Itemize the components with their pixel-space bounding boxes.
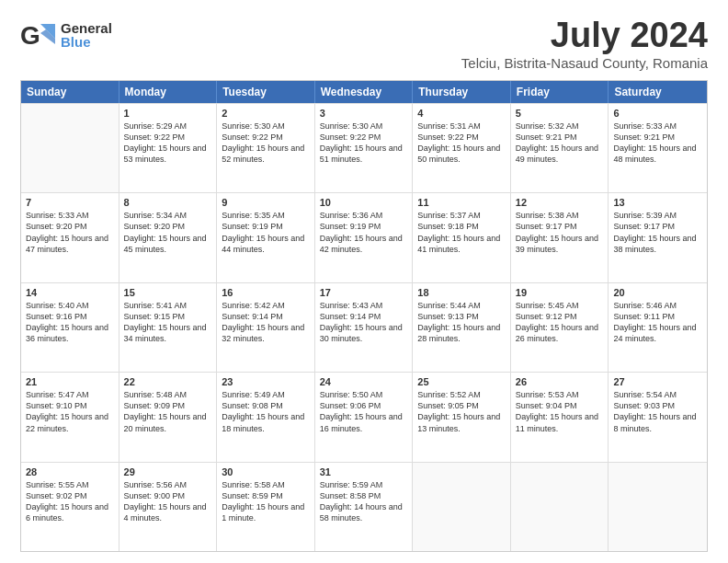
calendar-cell: 21Sunrise: 5:47 AMSunset: 9:10 PMDayligh…	[21, 373, 119, 461]
calendar-day-header: Wednesday	[315, 81, 414, 103]
calendar-cell: 12Sunrise: 5:38 AMSunset: 9:17 PMDayligh…	[511, 193, 609, 282]
day-number: 20	[613, 287, 702, 298]
calendar-cell: 2Sunrise: 5:30 AMSunset: 9:22 PMDaylight…	[217, 104, 315, 192]
calendar-week: 21Sunrise: 5:47 AMSunset: 9:10 PMDayligh…	[21, 372, 707, 461]
day-number: 24	[320, 376, 408, 387]
calendar-cell: 14Sunrise: 5:40 AMSunset: 9:16 PMDayligh…	[21, 283, 119, 372]
day-number: 14	[26, 287, 114, 298]
day-number: 31	[320, 466, 408, 477]
day-number: 17	[320, 287, 408, 298]
cell-info: Sunrise: 5:44 AMSunset: 9:13 PMDaylight:…	[417, 300, 506, 345]
calendar-cell: 30Sunrise: 5:58 AMSunset: 8:59 PMDayligh…	[217, 463, 315, 551]
cell-info: Sunrise: 5:32 AMSunset: 9:21 PMDaylight:…	[516, 121, 604, 166]
cell-info: Sunrise: 5:49 AMSunset: 9:08 PMDaylight:…	[222, 389, 310, 434]
calendar-cell: 17Sunrise: 5:43 AMSunset: 9:14 PMDayligh…	[315, 283, 414, 372]
calendar-cell: 6Sunrise: 5:33 AMSunset: 9:21 PMDaylight…	[609, 104, 707, 192]
calendar-cell: 15Sunrise: 5:41 AMSunset: 9:15 PMDayligh…	[119, 283, 218, 372]
day-number: 25	[417, 376, 506, 387]
calendar-cell: 24Sunrise: 5:50 AMSunset: 9:06 PMDayligh…	[315, 373, 414, 461]
day-number: 19	[516, 287, 604, 298]
cell-info: Sunrise: 5:48 AMSunset: 9:09 PMDaylight:…	[124, 389, 212, 434]
header: G General Blue July 2024 Telciu, Bistrit…	[20, 17, 708, 71]
cell-info: Sunrise: 5:33 AMSunset: 9:21 PMDaylight:…	[613, 121, 702, 166]
calendar: SundayMondayTuesdayWednesdayThursdayFrid…	[20, 80, 708, 552]
calendar-title: July 2024	[461, 17, 708, 55]
calendar-cell	[413, 463, 511, 551]
day-number: 10	[320, 197, 408, 208]
calendar-header: SundayMondayTuesdayWednesdayThursdayFrid…	[21, 81, 707, 103]
day-number: 11	[417, 197, 506, 208]
calendar-cell: 27Sunrise: 5:54 AMSunset: 9:03 PMDayligh…	[609, 373, 707, 461]
day-number: 21	[26, 376, 114, 387]
day-number: 1	[124, 108, 212, 119]
logo-general: General	[61, 21, 112, 35]
calendar-cell: 18Sunrise: 5:44 AMSunset: 9:13 PMDayligh…	[413, 283, 511, 372]
calendar-cell: 22Sunrise: 5:48 AMSunset: 9:09 PMDayligh…	[119, 373, 218, 461]
calendar-cell: 16Sunrise: 5:42 AMSunset: 9:14 PMDayligh…	[217, 283, 315, 372]
calendar-cell: 29Sunrise: 5:56 AMSunset: 9:00 PMDayligh…	[119, 463, 218, 551]
logo-text: General Blue	[61, 21, 112, 49]
cell-info: Sunrise: 5:34 AMSunset: 9:20 PMDaylight:…	[124, 210, 212, 255]
calendar-cell: 26Sunrise: 5:53 AMSunset: 9:04 PMDayligh…	[511, 373, 609, 461]
calendar-cell: 9Sunrise: 5:35 AMSunset: 9:19 PMDaylight…	[217, 193, 315, 282]
day-number: 23	[222, 376, 310, 387]
day-number: 8	[124, 197, 212, 208]
logo-blue: Blue	[61, 35, 112, 49]
cell-info: Sunrise: 5:42 AMSunset: 9:14 PMDaylight:…	[222, 300, 310, 345]
day-number: 15	[124, 287, 212, 298]
day-number: 7	[26, 197, 114, 208]
cell-info: Sunrise: 5:45 AMSunset: 9:12 PMDaylight:…	[516, 300, 604, 345]
calendar-cell: 3Sunrise: 5:30 AMSunset: 9:22 PMDaylight…	[315, 104, 414, 192]
day-number: 12	[516, 197, 604, 208]
cell-info: Sunrise: 5:41 AMSunset: 9:15 PMDaylight:…	[124, 300, 212, 345]
day-number: 22	[124, 376, 212, 387]
day-number: 28	[26, 466, 114, 477]
calendar-cell: 7Sunrise: 5:33 AMSunset: 9:20 PMDaylight…	[21, 193, 119, 282]
cell-info: Sunrise: 5:36 AMSunset: 9:19 PMDaylight:…	[320, 210, 408, 255]
calendar-cell: 5Sunrise: 5:32 AMSunset: 9:21 PMDaylight…	[511, 104, 609, 192]
calendar-day-header: Saturday	[609, 81, 707, 103]
calendar-cell	[609, 463, 707, 551]
cell-info: Sunrise: 5:35 AMSunset: 9:19 PMDaylight:…	[222, 210, 310, 255]
day-number: 9	[222, 197, 310, 208]
day-number: 26	[516, 376, 604, 387]
day-number: 16	[222, 287, 310, 298]
calendar-week: 14Sunrise: 5:40 AMSunset: 9:16 PMDayligh…	[21, 282, 707, 372]
calendar-cell: 19Sunrise: 5:45 AMSunset: 9:12 PMDayligh…	[511, 283, 609, 372]
cell-info: Sunrise: 5:52 AMSunset: 9:05 PMDaylight:…	[417, 389, 506, 434]
cell-info: Sunrise: 5:59 AMSunset: 8:58 PMDaylight:…	[320, 479, 408, 524]
calendar-week: 7Sunrise: 5:33 AMSunset: 9:20 PMDaylight…	[21, 192, 707, 282]
day-number: 27	[613, 376, 702, 387]
cell-info: Sunrise: 5:47 AMSunset: 9:10 PMDaylight:…	[26, 389, 114, 434]
day-number: 13	[613, 197, 702, 208]
calendar-day-header: Friday	[511, 81, 609, 103]
calendar-cell	[21, 104, 119, 192]
cell-info: Sunrise: 5:30 AMSunset: 9:22 PMDaylight:…	[222, 121, 310, 166]
day-number: 4	[417, 108, 506, 119]
calendar-day-header: Tuesday	[217, 81, 315, 103]
svg-text:G: G	[20, 21, 40, 50]
calendar-cell: 8Sunrise: 5:34 AMSunset: 9:20 PMDaylight…	[119, 193, 218, 282]
calendar-day-header: Monday	[119, 81, 218, 103]
cell-info: Sunrise: 5:50 AMSunset: 9:06 PMDaylight:…	[320, 389, 408, 434]
cell-info: Sunrise: 5:55 AMSunset: 9:02 PMDaylight:…	[26, 479, 114, 524]
title-block: July 2024 Telciu, Bistrita-Nasaud County…	[461, 17, 708, 71]
logo-icon: G	[20, 17, 61, 53]
calendar-body: 1Sunrise: 5:29 AMSunset: 9:22 PMDaylight…	[21, 103, 707, 551]
cell-info: Sunrise: 5:33 AMSunset: 9:20 PMDaylight:…	[26, 210, 114, 255]
calendar-cell: 4Sunrise: 5:31 AMSunset: 9:22 PMDaylight…	[413, 104, 511, 192]
calendar-cell: 10Sunrise: 5:36 AMSunset: 9:19 PMDayligh…	[315, 193, 414, 282]
cell-info: Sunrise: 5:54 AMSunset: 9:03 PMDaylight:…	[613, 389, 702, 434]
cell-info: Sunrise: 5:39 AMSunset: 9:17 PMDaylight:…	[613, 210, 702, 255]
page: G General Blue July 2024 Telciu, Bistrit…	[0, 0, 728, 563]
day-number: 29	[124, 466, 212, 477]
logo: G General Blue	[20, 17, 112, 53]
cell-info: Sunrise: 5:56 AMSunset: 9:00 PMDaylight:…	[124, 479, 212, 524]
calendar-cell: 20Sunrise: 5:46 AMSunset: 9:11 PMDayligh…	[609, 283, 707, 372]
day-number: 3	[320, 108, 408, 119]
cell-info: Sunrise: 5:30 AMSunset: 9:22 PMDaylight:…	[320, 121, 408, 166]
calendar-cell: 31Sunrise: 5:59 AMSunset: 8:58 PMDayligh…	[315, 463, 414, 551]
day-number: 2	[222, 108, 310, 119]
cell-info: Sunrise: 5:38 AMSunset: 9:17 PMDaylight:…	[516, 210, 604, 255]
calendar-location: Telciu, Bistrita-Nasaud County, Romania	[461, 55, 708, 71]
